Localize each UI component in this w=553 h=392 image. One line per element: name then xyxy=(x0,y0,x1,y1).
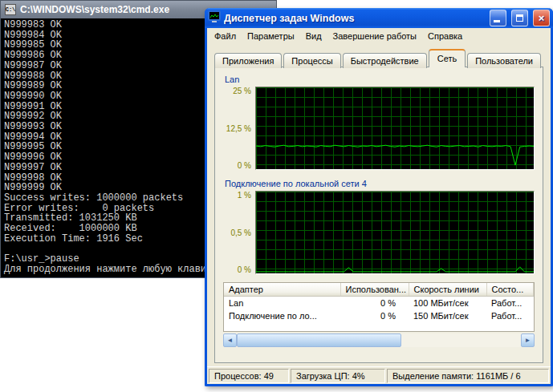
cmd-icon: C:\ xyxy=(5,4,16,15)
adapter-table-head: АдаптерИспользован...Скорость линииСосто… xyxy=(224,283,534,297)
status-bar: Процессов: 49 Загрузка ЦП: 4% Выделение … xyxy=(207,366,551,384)
close-button[interactable]: × xyxy=(533,10,550,26)
scrollbar-track[interactable] xyxy=(237,333,521,347)
lan-graph xyxy=(255,87,535,170)
horizontal-scrollbar[interactable]: ◄ ► xyxy=(223,333,535,347)
menu-file[interactable]: Файл xyxy=(209,29,242,43)
column-header[interactable]: Использован... xyxy=(340,283,409,297)
status-processes: Процессов: 49 xyxy=(209,369,289,383)
column-header[interactable]: Скорость линии xyxy=(409,283,486,297)
tab-networking[interactable]: Сеть xyxy=(429,49,466,67)
tm-titlebar[interactable]: Диспетчер задач Windows × xyxy=(205,8,553,28)
tick-label: 25 % xyxy=(233,87,251,95)
task-manager-icon xyxy=(208,10,221,26)
minimize-button[interactable] xyxy=(490,10,506,26)
adapter-table-body: Lan0 %100 МБит/секРабот...Подключение по… xyxy=(224,297,534,323)
tick-label: 0 % xyxy=(238,265,251,274)
column-header[interactable]: Адаптер xyxy=(224,283,340,297)
maximize-icon xyxy=(516,14,523,22)
scroll-left-button[interactable]: ◄ xyxy=(223,333,237,347)
network-tab-panel: Lan 25 % 12,5 % 0 % Подключение по локал… xyxy=(214,67,543,363)
menu-shutdown[interactable]: Завершение работы xyxy=(327,29,422,43)
tab-strip: Приложения Процессы Быстродействие Сеть … xyxy=(214,49,543,67)
minimize-icon xyxy=(494,20,500,22)
tab-applications[interactable]: Приложения xyxy=(214,53,282,68)
tm-title: Диспетчер задач Windows xyxy=(224,13,485,24)
maximize-button[interactable] xyxy=(511,10,528,26)
tick-label: 12,5 % xyxy=(226,124,251,133)
lan-graph-scale: 25 % 12,5 % 0 % xyxy=(223,87,255,170)
lan4-graph xyxy=(255,191,535,274)
status-memory: Выделение памяти: 1161МБ / 6 xyxy=(387,369,549,383)
menu-options[interactable]: Параметры xyxy=(242,29,300,43)
tick-label: 0,5 % xyxy=(230,228,251,237)
cmd-title: C:\WINDOWS\system32\cmd.exe xyxy=(20,4,169,15)
tab-processes[interactable]: Процессы xyxy=(283,53,340,68)
task-manager-window: Диспетчер задач Windows × Файл Параметры… xyxy=(205,8,553,386)
column-header[interactable]: Состо... xyxy=(486,283,534,297)
menu-view[interactable]: Вид xyxy=(300,29,327,43)
menu-help[interactable]: Справка xyxy=(422,29,468,43)
close-icon: × xyxy=(539,13,545,23)
adapter-table: АдаптерИспользован...Скорость линииСосто… xyxy=(223,282,535,332)
scrollbar-thumb[interactable] xyxy=(237,333,401,347)
status-cpu: Загрузка ЦП: 4% xyxy=(291,369,385,383)
lan4-graph-scale: 1 % 0,5 % 0 % xyxy=(223,191,255,274)
tick-label: 0 % xyxy=(238,161,251,170)
menu-bar: Файл Параметры Вид Завершение работы Спр… xyxy=(207,28,551,44)
graph-label-lan: Lan xyxy=(225,75,535,84)
tab-users[interactable]: Пользователи xyxy=(467,53,541,68)
table-row[interactable]: Подключение по ло...0 %150 МБит/секРабот… xyxy=(224,309,534,322)
tab-performance[interactable]: Быстродействие xyxy=(343,53,427,68)
table-row[interactable]: Lan0 %100 МБит/секРабот... xyxy=(224,297,534,310)
tick-label: 1 % xyxy=(238,191,251,200)
graph-label-lan4: Подключение по локальной сети 4 xyxy=(225,179,535,188)
scroll-right-button[interactable]: ► xyxy=(521,333,535,347)
